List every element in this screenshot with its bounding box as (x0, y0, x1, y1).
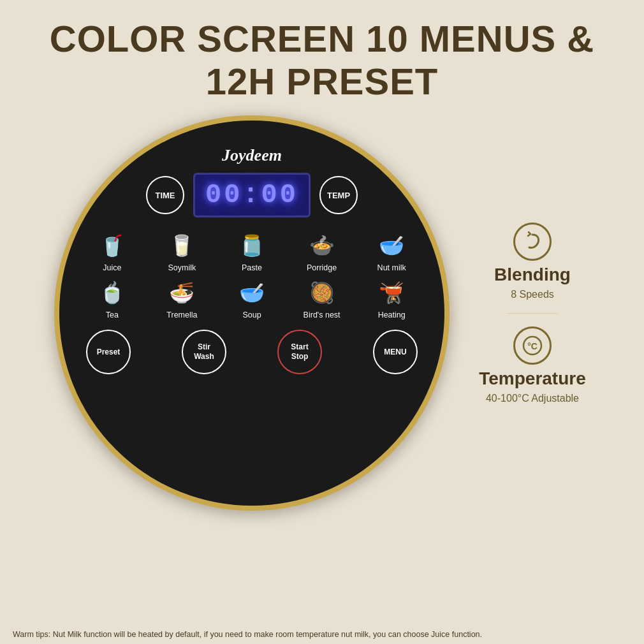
blending-title: Blending (494, 265, 571, 285)
tremella-icon: 🍜 (162, 276, 201, 309)
tremella-label: Tremella (166, 311, 197, 319)
nutmilk-label: Nut milk (377, 263, 406, 272)
menu-item-juice[interactable]: 🥤 Juice (80, 229, 145, 272)
paste-icon: 🫙 (232, 229, 272, 262)
footer: Warm tips: Nut Milk function will be hea… (13, 630, 631, 639)
menu-item-tea[interactable]: 🍵 Tea (80, 276, 145, 319)
display-row: TIME 00:00 TEMP (146, 173, 358, 217)
soymilk-label: Soymilk (168, 263, 196, 272)
soymilk-icon: 🥛 (162, 229, 201, 262)
menu-item-birdsnest[interactable]: 🥘 Bird's nest (289, 276, 355, 319)
juice-icon: 🥤 (92, 229, 132, 262)
bottom-controls: Preset StirWash StartStop MENU (86, 330, 418, 374)
temperature-feature: °C Temperature 40-100°C Adjustable (479, 326, 586, 404)
porridge-label: Porridge (307, 263, 337, 272)
blending-icon (513, 223, 552, 261)
temperature-subtitle: 40-100°C Adjustable (486, 393, 579, 404)
digital-display: 00:00 (193, 173, 311, 217)
temperature-icon: °C (513, 326, 552, 365)
juice-label: Juice (103, 263, 121, 272)
menu-button[interactable]: MENU (373, 330, 418, 374)
main-content: Joydeem TIME 00:00 TEMP 🥤 Juice 🥛 Soymil… (0, 115, 644, 511)
footer-text: Warm tips: Nut Milk function will be hea… (13, 630, 482, 639)
blending-subtitle: 8 Speeds (511, 289, 554, 300)
tea-icon: 🍵 (92, 276, 132, 309)
tea-label: Tea (106, 311, 119, 319)
preset-button[interactable]: Preset (86, 330, 131, 374)
menu-item-paste[interactable]: 🫙 Paste (219, 229, 284, 272)
birdsnest-label: Bird's nest (304, 311, 340, 319)
nutmilk-icon: 🥣 (372, 229, 411, 262)
heating-icon: 🫕 (372, 276, 411, 309)
header: COLOR SCREEN 10 MENUS & 12H PRESET (0, 0, 644, 115)
divider (507, 313, 558, 314)
menu-item-tremella[interactable]: 🍜 Tremella (150, 276, 215, 319)
stir-wash-button[interactable]: StirWash (182, 330, 226, 374)
temp-button[interactable]: TEMP (319, 176, 358, 214)
menu-item-soymilk[interactable]: 🥛 Soymilk (150, 229, 215, 272)
paste-label: Paste (242, 263, 262, 272)
svg-text:°C: °C (527, 341, 538, 351)
control-panel: Joydeem TIME 00:00 TEMP 🥤 Juice 🥛 Soymil… (54, 115, 450, 511)
soup-icon: 🥣 (232, 276, 272, 309)
heating-label: Heating (378, 311, 406, 319)
page-title: COLOR SCREEN 10 MENUS & 12H PRESET (38, 18, 606, 103)
temperature-title: Temperature (479, 369, 586, 389)
menu-item-porridge[interactable]: 🍲 Porridge (289, 229, 355, 272)
blending-feature: Blending 8 Speeds (494, 223, 571, 300)
menu-item-heating[interactable]: 🫕 Heating (359, 276, 424, 319)
porridge-icon: 🍲 (302, 229, 342, 262)
time-button[interactable]: TIME (146, 176, 184, 214)
menu-item-nutmilk[interactable]: 🥣 Nut milk (359, 229, 424, 272)
menu-grid: 🥤 Juice 🥛 Soymilk 🫙 Paste 🍲 Porridge 🥣 N… (80, 229, 424, 319)
start-stop-button[interactable]: StartStop (277, 330, 322, 374)
brand-label: Joydeem (222, 146, 282, 165)
birdsnest-icon: 🥘 (302, 276, 342, 309)
right-panel: Blending 8 Speeds °C Temperature 40-100°… (475, 223, 590, 404)
soup-label: Soup (242, 311, 261, 319)
menu-item-soup[interactable]: 🥣 Soup (219, 276, 284, 319)
